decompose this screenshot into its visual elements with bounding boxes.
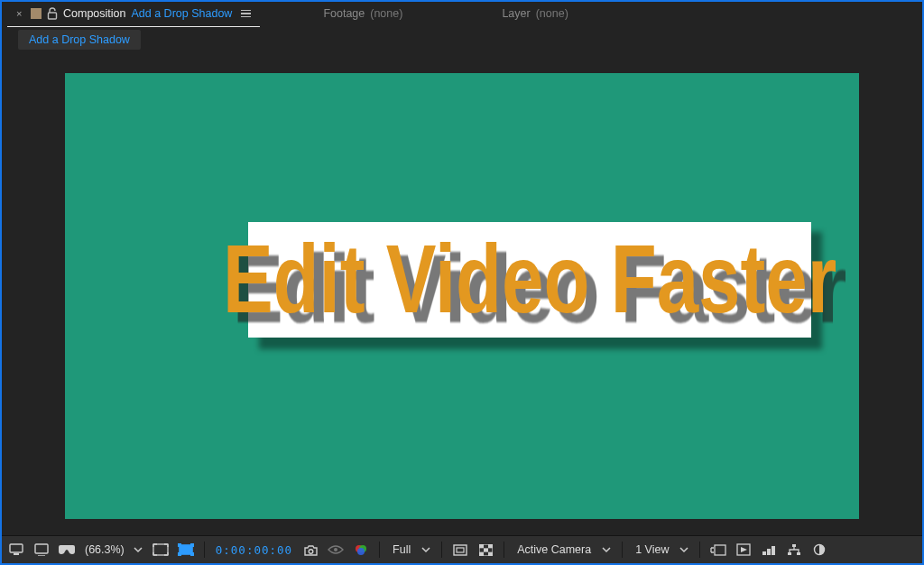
toggle-mask-visibility-icon[interactable]: [177, 541, 195, 559]
composition-name-link[interactable]: Add a Drop Shadow: [131, 7, 232, 20]
toggle-transparency-grid-icon-2[interactable]: [476, 541, 494, 559]
layer-tab-value: (none): [536, 7, 568, 20]
zoom-dropdown-icon[interactable]: [134, 544, 144, 555]
separator: [699, 542, 700, 558]
fast-preview-icon[interactable]: [735, 541, 753, 559]
footage-tab[interactable]: Footage (none): [314, 1, 411, 28]
svg-rect-9: [190, 553, 193, 556]
svg-rect-20: [484, 548, 488, 551]
show-channel-icon[interactable]: [352, 541, 370, 559]
svg-rect-29: [788, 552, 791, 555]
panel-tab-row: × Composition Add a Drop Shadow Footage …: [2, 2, 922, 27]
pixel-aspect-correction-icon[interactable]: [709, 541, 727, 559]
svg-rect-18: [479, 544, 484, 548]
separator: [622, 542, 623, 558]
show-snapshot-icon[interactable]: [327, 541, 345, 559]
panel-menu-icon[interactable]: [241, 10, 251, 18]
reset-exposure-icon[interactable]: [810, 541, 828, 559]
footage-tab-value: (none): [370, 7, 402, 20]
white-box-layer[interactable]: Edit Video Faster Edit Video Faster: [248, 222, 811, 338]
svg-rect-27: [772, 546, 775, 555]
composition-stage[interactable]: Edit Video Faster Edit Video Faster: [65, 73, 859, 519]
composition-tab[interactable]: × Composition Add a Drop Shadow: [7, 1, 260, 28]
always-preview-icon[interactable]: [7, 541, 25, 559]
svg-rect-19: [488, 544, 493, 548]
svg-rect-3: [35, 544, 48, 553]
resolution-dropdown-icon[interactable]: [421, 544, 432, 555]
svg-rect-7: [190, 544, 193, 547]
svg-rect-22: [488, 551, 493, 555]
separator: [504, 542, 504, 558]
breadcrumb-comp[interactable]: Add a Drop Shadow: [18, 30, 141, 50]
svg-point-14: [357, 548, 365, 555]
timeline-icon[interactable]: [760, 541, 778, 559]
svg-rect-4: [153, 544, 168, 555]
goggles-icon[interactable]: [58, 541, 76, 559]
svg-rect-28: [792, 544, 796, 547]
svg-rect-15: [454, 545, 467, 555]
svg-point-10: [309, 549, 313, 553]
layer-tab[interactable]: Layer (none): [493, 1, 577, 28]
primary-viewer-icon[interactable]: [32, 541, 51, 559]
layer-tab-label: Layer: [502, 7, 530, 20]
snapshot-icon[interactable]: [301, 541, 319, 559]
separator: [441, 542, 442, 558]
svg-rect-26: [767, 549, 771, 555]
svg-rect-21: [479, 551, 484, 555]
svg-rect-8: [178, 553, 180, 556]
svg-rect-2: [14, 553, 19, 555]
lock-icon[interactable]: [47, 7, 58, 20]
svg-rect-5: [180, 545, 192, 554]
viewer-area[interactable]: Edit Video Faster Edit Video Faster: [2, 52, 922, 535]
footage-tab-label: Footage: [323, 7, 365, 20]
views-dropdown[interactable]: 1 View: [632, 543, 672, 556]
title-text-layer[interactable]: Edit Video Faster: [223, 231, 836, 328]
resolution-dropdown[interactable]: Full: [389, 543, 414, 556]
separator: [379, 542, 380, 558]
composition-tab-label: Composition: [63, 7, 125, 20]
comp-color-swatch: [31, 8, 42, 19]
svg-rect-23: [715, 545, 725, 555]
viewer-toolbar: (66.3%) 0:00:00:00 Full: [2, 535, 922, 563]
region-of-interest-icon[interactable]: [451, 541, 469, 559]
svg-rect-30: [797, 552, 800, 555]
zoom-value[interactable]: (66.3%): [83, 543, 126, 556]
svg-point-11: [334, 548, 337, 551]
camera-dropdown[interactable]: Active Camera: [513, 543, 595, 556]
breadcrumb-row: Add a Drop Shadow: [2, 27, 922, 52]
camera-dropdown-icon[interactable]: [602, 544, 613, 555]
close-tab-icon[interactable]: ×: [16, 8, 25, 19]
svg-rect-0: [49, 13, 57, 19]
comp-flowchart-icon[interactable]: [785, 541, 803, 559]
svg-rect-25: [762, 551, 766, 555]
svg-rect-1: [10, 544, 23, 552]
views-dropdown-icon[interactable]: [679, 544, 690, 555]
separator: [204, 542, 205, 558]
preview-timecode[interactable]: 0:00:00:00: [214, 543, 294, 557]
toggle-transparency-grid-icon[interactable]: [152, 541, 170, 559]
composition-panel: × Composition Add a Drop Shadow Footage …: [0, 0, 924, 565]
svg-rect-16: [457, 548, 464, 552]
svg-rect-6: [178, 544, 180, 547]
